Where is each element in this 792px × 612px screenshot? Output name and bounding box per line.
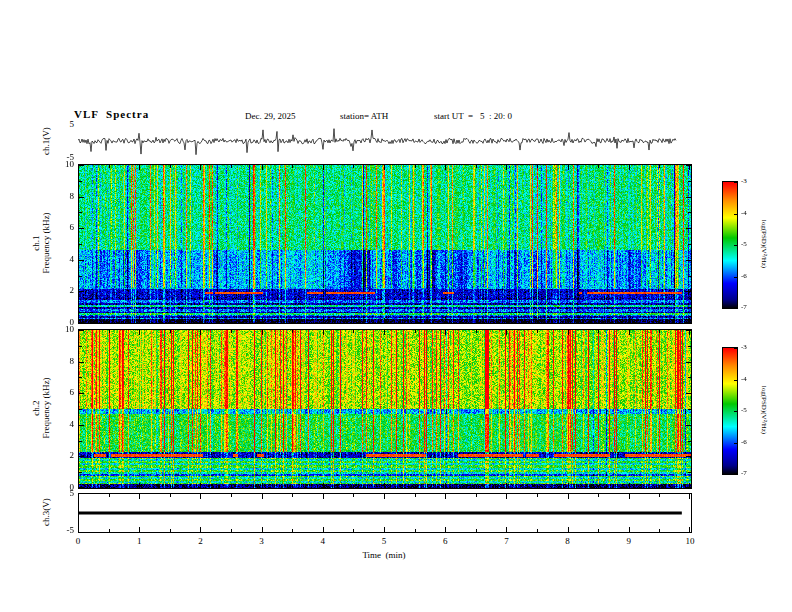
- time-tick: [109, 330, 110, 333]
- freq-tick-label: 8: [60, 191, 74, 201]
- time-tick: [200, 330, 201, 335]
- time-tick: [139, 330, 140, 335]
- freq-tick: [686, 322, 691, 323]
- time-tick: [353, 165, 354, 168]
- freq-tick: [79, 409, 82, 410]
- ch2-freq-axis-label: ch.2 Frequency (kHz): [31, 377, 51, 438]
- ch3-panel: [78, 493, 692, 533]
- time-tick: [506, 330, 507, 335]
- freq-tick: [79, 441, 82, 442]
- time-tick: [323, 527, 324, 532]
- time-tick: [262, 483, 263, 488]
- freq-tick: [79, 181, 82, 182]
- time-tick: [170, 494, 171, 497]
- time-tick: [170, 529, 171, 532]
- time-tick: [384, 483, 385, 488]
- time-tick: [109, 485, 110, 488]
- time-tick: [537, 529, 538, 532]
- freq-tick: [79, 165, 84, 166]
- time-tick: [109, 320, 110, 323]
- time-tick: [109, 494, 110, 497]
- time-tick: [629, 494, 630, 499]
- time-tick-label: 10: [680, 536, 700, 546]
- time-tick: [323, 330, 324, 335]
- time-tick: [506, 494, 507, 499]
- time-tick-label: 6: [435, 536, 455, 546]
- time-tick: [262, 494, 263, 499]
- time-tick: [384, 527, 385, 532]
- time-tick: [262, 318, 263, 323]
- time-tick: [292, 320, 293, 323]
- colorbar-tick: [734, 380, 737, 381]
- time-tick: [476, 485, 477, 488]
- time-tick: [689, 494, 690, 499]
- colorbar-ch2-label: log(PSD)(V²/Hz): [760, 386, 768, 434]
- freq-tick: [79, 472, 82, 473]
- time-tick: [139, 527, 140, 532]
- ch1-volt-axis-label: ch.1(V): [41, 127, 51, 155]
- time-tick: [200, 483, 201, 488]
- time-tick: [292, 485, 293, 488]
- freq-tick: [686, 362, 691, 363]
- freq-tick: [79, 456, 84, 457]
- colorbar-tick: [734, 214, 737, 215]
- time-tick: [568, 165, 569, 170]
- freq-tick: [686, 487, 691, 488]
- time-tick: [292, 529, 293, 532]
- colorbar-tick-label: -6: [741, 272, 757, 280]
- time-tick: [231, 485, 232, 488]
- time-tick: [78, 527, 79, 532]
- time-tick-label: 3: [252, 536, 272, 546]
- figure-title: VLF Spectra: [74, 108, 149, 120]
- time-tick: [231, 494, 232, 497]
- freq-tick-label: 6: [60, 222, 74, 232]
- freq-tick-label: 2: [60, 285, 74, 295]
- time-tick: [537, 485, 538, 488]
- time-tick: [476, 320, 477, 323]
- time-tick: [598, 485, 599, 488]
- colorbar-ch1-label: log(PSD)(V²/Hz): [760, 220, 768, 268]
- freq-tick: [688, 307, 691, 308]
- freq-label: Frequency (kHz): [41, 212, 51, 273]
- ch2-spectrogram-panel: [78, 329, 692, 489]
- colorbar-tick-label: -5: [741, 406, 757, 414]
- time-tick-label: 1: [129, 536, 149, 546]
- figure-station: station= ATH: [340, 111, 388, 121]
- time-tick: [292, 165, 293, 168]
- time-tick: [139, 483, 140, 488]
- freq-tick: [688, 409, 691, 410]
- colorbar-tick-label: -4: [741, 375, 757, 383]
- time-tick: [476, 529, 477, 532]
- time-tick-label: 4: [313, 536, 333, 546]
- time-tick: [476, 494, 477, 497]
- freq-label: Frequency (kHz): [41, 377, 51, 438]
- colorbar-tick: [734, 307, 737, 308]
- ch1-label: ch.1: [31, 212, 41, 273]
- time-tick: [353, 320, 354, 323]
- freq-tick: [686, 165, 691, 166]
- time-tick: [629, 165, 630, 170]
- freq-tick: [688, 472, 691, 473]
- time-tick-label: 9: [619, 536, 639, 546]
- time-tick: [231, 165, 232, 168]
- time-tick: [139, 318, 140, 323]
- time-tick: [415, 165, 416, 168]
- freq-tick: [79, 244, 82, 245]
- time-tick: [445, 330, 446, 335]
- freq-tick: [686, 393, 691, 394]
- time-tick: [598, 330, 599, 333]
- volt-tick-label: -5: [58, 525, 74, 535]
- colorbar-tick-label: -3: [741, 177, 757, 185]
- time-tick: [200, 165, 201, 170]
- colorbar-tick: [734, 348, 737, 349]
- time-tick: [598, 320, 599, 323]
- time-tick: [415, 320, 416, 323]
- time-tick: [659, 494, 660, 497]
- time-tick: [445, 318, 446, 323]
- colorbar-tick-label: -7: [741, 303, 757, 311]
- time-tick: [476, 165, 477, 168]
- freq-tick: [79, 362, 84, 363]
- time-tick: [568, 494, 569, 499]
- freq-tick: [688, 212, 691, 213]
- freq-tick: [686, 197, 691, 198]
